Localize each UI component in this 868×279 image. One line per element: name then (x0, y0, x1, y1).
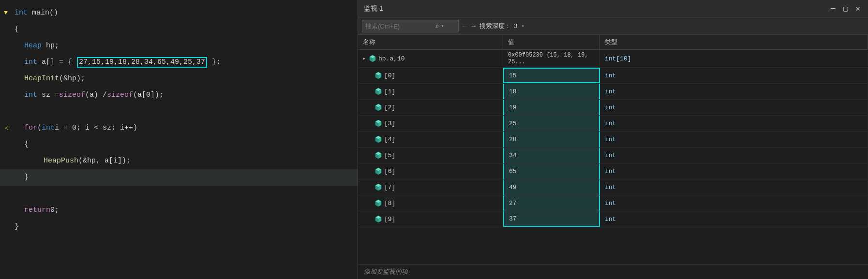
depth-label: 搜索深度： (479, 22, 511, 30)
table-row[interactable]: [0] 15 int (358, 68, 868, 84)
row-name: hp.a,10 (378, 55, 405, 62)
expand-arrow[interactable]: ▸ (363, 56, 366, 61)
minimize-icon[interactable]: — (829, 3, 838, 14)
row-name: [7] (384, 184, 395, 191)
table-row[interactable]: [1] 18 int (358, 84, 868, 100)
code-line: } (0, 219, 358, 235)
value-cell: 25 (503, 116, 600, 131)
value-cell: 18 (503, 84, 600, 99)
name-cell: [6] (358, 163, 503, 179)
type-cell: int (600, 179, 868, 195)
name-cell: ▸ hp.a,10 (358, 51, 503, 66)
code-line: int a[] = { 27,15,19,18,28,34,65,49,25,3… (0, 54, 358, 71)
code-line (0, 103, 358, 120)
col-header-type: 类型 (600, 35, 868, 49)
table-row[interactable]: ▸ hp.a,10 0x00f05230 {15, 18, 19, 25... … (358, 50, 868, 68)
table-row[interactable]: [4] 28 int (358, 132, 868, 147)
type-cell: int (600, 163, 868, 179)
row-name: [9] (384, 216, 395, 223)
code-editor: ▼ int main() { Heap hp; int a[] = { 27,1… (0, 0, 358, 279)
name-cell: [5] (358, 147, 503, 163)
search-input[interactable] (365, 23, 433, 30)
table-row[interactable]: [2] 19 int (358, 100, 868, 116)
name-cell: [0] (358, 68, 503, 83)
array-value-highlight: 27,15,19,18,28,34,65,49,25,37 (77, 57, 207, 68)
cube-icon (374, 183, 382, 191)
arrow-indicator: ▼ (4, 5, 8, 21)
row-name: [3] (384, 120, 395, 127)
search-icon[interactable]: ⌕ (435, 22, 439, 30)
col-header-value: 值 (503, 35, 600, 49)
value-cell: 0x00f05230 {15, 18, 19, 25... (503, 50, 600, 67)
cube-icon (374, 135, 382, 143)
type-cell: int (600, 211, 868, 227)
search-box[interactable]: ⌕ ▾ (362, 20, 459, 32)
value-cell: 65 (503, 163, 600, 179)
name-cell: [2] (358, 100, 503, 115)
name-cell: [1] (358, 84, 503, 99)
cube-icon (374, 167, 382, 175)
value-cell: 34 (503, 147, 600, 163)
type-cell: int (600, 116, 868, 131)
row-name: [5] (384, 152, 395, 159)
value-cell: 28 (503, 132, 600, 147)
search-dropdown-arrow[interactable]: ▾ (441, 23, 444, 29)
code-line: HeapPush(&hp, a[i]); (0, 153, 358, 169)
keyword: int (15, 5, 28, 21)
table-row[interactable]: [8] 27 int (358, 195, 868, 211)
watch-titlebar: 监视 1 — ▢ ✕ (358, 0, 868, 18)
cube-icon (374, 151, 382, 159)
row-name: [6] (384, 168, 395, 175)
code-line: { (0, 21, 358, 38)
cube-icon (374, 72, 382, 79)
value-cell: 15 (503, 68, 600, 83)
titlebar-icons: — ▢ ✕ (829, 3, 862, 15)
type-cell: int (600, 132, 868, 147)
table-row[interactable]: [3] 25 int (358, 116, 868, 132)
restore-icon[interactable]: ▢ (841, 3, 850, 15)
value-cell: 37 (503, 211, 600, 227)
code-line: Heap hp; (0, 38, 358, 54)
cube-icon (374, 199, 382, 207)
close-icon[interactable]: ✕ (853, 3, 862, 15)
table-row[interactable]: [7] 49 int (358, 179, 868, 195)
code-line: ◁ for (int i = 0; i < sz; i++) (0, 120, 358, 136)
code-line: { (0, 136, 358, 153)
row-name: [4] (384, 136, 395, 143)
type-cell: int (600, 84, 868, 99)
col-header-name: 名称 (358, 35, 503, 49)
cube-icon (374, 103, 382, 111)
name-cell: [3] (358, 116, 503, 131)
code-line: HeapInit(&hp); (0, 71, 358, 87)
code-line: ▼ int main() (0, 5, 358, 21)
type-cell: int (600, 195, 868, 211)
table-row[interactable]: [9] 37 int (358, 211, 868, 227)
cube-icon (374, 119, 382, 127)
code-line: int sz = sizeof(a) / sizeof(a[0]); (0, 87, 358, 103)
code-line-highlighted: } (0, 169, 358, 186)
value-cell: 27 (503, 195, 600, 211)
depth-dropdown-arrow[interactable]: ▾ (522, 23, 524, 29)
type-cell: int[10] (600, 51, 868, 66)
watch-footer[interactable]: 添加要监视的项 (358, 264, 868, 279)
depth-value: 3 (514, 23, 518, 30)
code-line (0, 186, 358, 202)
watch-table: 名称 值 类型 ▸ hp.a,10 (358, 35, 868, 264)
nav-back-arrow[interactable]: ← (462, 21, 467, 31)
row-name: [2] (384, 104, 395, 111)
type-cell: int (600, 147, 868, 163)
code-line: return 0; (0, 202, 358, 219)
name-cell: [8] (358, 195, 503, 211)
table-header: 名称 值 类型 (358, 35, 868, 50)
name-cell: [4] (358, 132, 503, 147)
watch-panel: 监视 1 — ▢ ✕ ⌕ ▾ ← → 搜索深度： 3 ▾ 名称 值 类型 (358, 0, 868, 279)
cube-icon (374, 215, 382, 223)
name-cell: [7] (358, 179, 503, 195)
watch-toolbar: ⌕ ▾ ← → 搜索深度： 3 ▾ (358, 18, 868, 35)
row-name: [1] (384, 88, 395, 95)
nav-forward-arrow[interactable]: → (470, 21, 476, 31)
table-row[interactable]: [5] 34 int (358, 147, 868, 163)
row-name: [8] (384, 200, 395, 207)
table-row[interactable]: [6] 65 int (358, 163, 868, 179)
table-body: ▸ hp.a,10 0x00f05230 {15, 18, 19, 25... … (358, 50, 868, 264)
